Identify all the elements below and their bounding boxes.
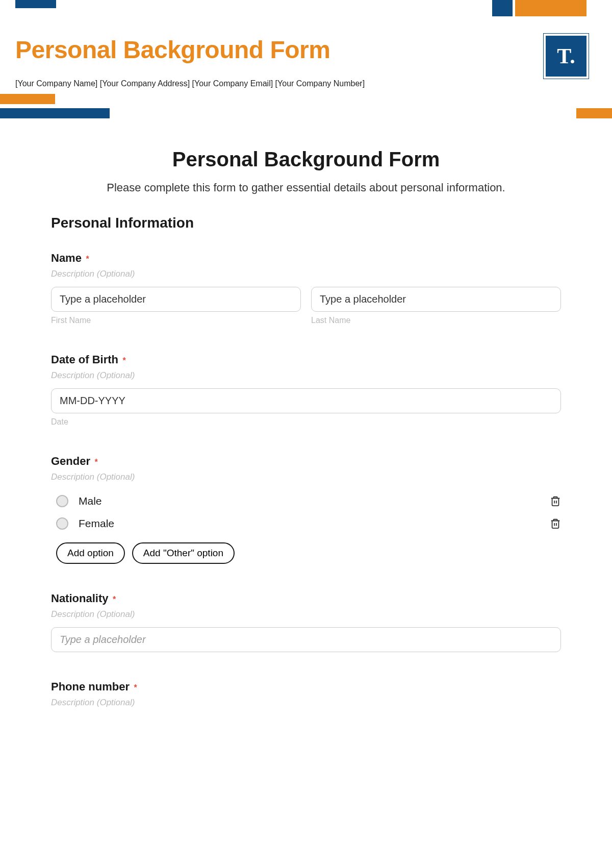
trash-icon[interactable] xyxy=(550,495,561,507)
field-label: Name xyxy=(51,252,82,264)
radio-icon[interactable] xyxy=(56,517,68,530)
decorative-bar xyxy=(515,0,586,16)
company-meta-line: [Your Company Name] [Your Company Addres… xyxy=(15,79,597,88)
first-name-sublabel: First Name xyxy=(51,316,301,325)
field-label: Nationality xyxy=(51,592,108,605)
radio-label[interactable]: Male xyxy=(79,495,550,507)
gender-option-row: Male xyxy=(51,490,561,512)
field-label: Gender xyxy=(51,455,90,467)
add-option-button[interactable]: Add option xyxy=(56,542,125,564)
field-description[interactable]: Description (Optional) xyxy=(51,269,561,279)
form-container: Personal Background Form Please complete… xyxy=(51,148,561,736)
decorative-bar xyxy=(576,108,612,118)
required-mark: * xyxy=(122,356,125,365)
field-phone: Phone number * Description (Optional) xyxy=(51,680,561,708)
first-name-input[interactable] xyxy=(51,287,301,312)
form-title: Personal Background Form xyxy=(51,148,561,171)
decorative-bar xyxy=(0,94,55,104)
decorative-bar xyxy=(492,0,513,16)
gender-option-row: Female xyxy=(51,512,561,535)
radio-label[interactable]: Female xyxy=(79,517,550,530)
decorative-bar xyxy=(0,108,110,118)
company-logo: T. xyxy=(546,36,586,77)
required-mark: * xyxy=(94,458,97,466)
required-mark: * xyxy=(86,255,89,263)
document-title: Personal Background Form xyxy=(15,36,597,64)
form-subtitle: Please complete this form to gather esse… xyxy=(51,181,561,194)
dob-sublabel: Date xyxy=(51,417,561,427)
nationality-input[interactable] xyxy=(51,627,561,652)
last-name-input[interactable] xyxy=(311,287,561,312)
last-name-sublabel: Last Name xyxy=(311,316,561,325)
field-description[interactable]: Description (Optional) xyxy=(51,609,561,619)
field-description[interactable]: Description (Optional) xyxy=(51,370,561,381)
document-header: Personal Background Form [Your Company N… xyxy=(15,36,597,88)
section-title: Personal Information xyxy=(51,215,561,231)
logo-text: T. xyxy=(557,44,575,68)
add-other-option-button[interactable]: Add "Other" option xyxy=(132,542,235,564)
required-mark: * xyxy=(134,683,137,692)
decorative-bar xyxy=(15,0,56,8)
radio-icon[interactable] xyxy=(56,495,68,507)
required-mark: * xyxy=(113,595,116,604)
trash-icon[interactable] xyxy=(550,518,561,529)
dob-input[interactable] xyxy=(51,388,561,413)
field-description[interactable]: Description (Optional) xyxy=(51,472,561,482)
field-gender: Gender * Description (Optional) Male Fem… xyxy=(51,455,561,564)
field-nationality: Nationality * Description (Optional) xyxy=(51,592,561,652)
field-name: Name * Description (Optional) First Name… xyxy=(51,252,561,325)
field-description[interactable]: Description (Optional) xyxy=(51,698,561,708)
field-label: Date of Birth xyxy=(51,353,118,366)
field-dob: Date of Birth * Description (Optional) D… xyxy=(51,353,561,427)
field-label: Phone number xyxy=(51,680,130,693)
